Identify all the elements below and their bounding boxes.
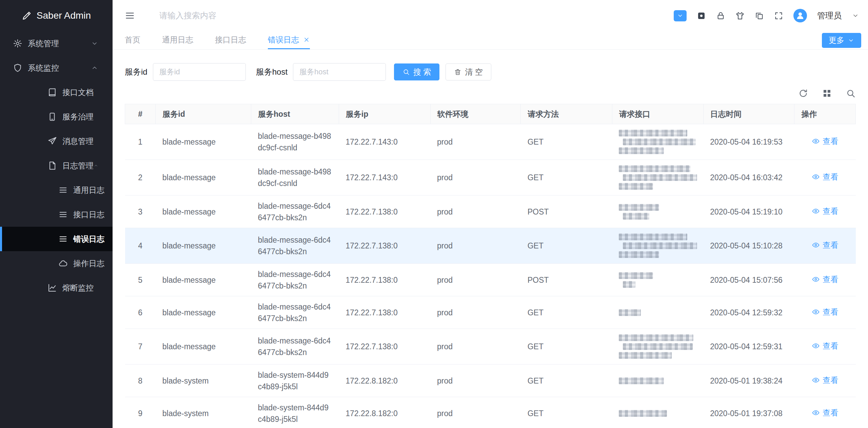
sidebar-menu: 系统管理 系统监控 接口文档 服务治理 消息管理 日志管理 通用日志 接口日志 …: [0, 31, 113, 300]
chart-icon: [47, 283, 57, 293]
tab-通用日志[interactable]: 通用日志: [162, 31, 193, 49]
sidebar-item-system-monitor[interactable]: 系统监控: [0, 56, 113, 80]
filter-form: 服务id 服务host 搜 索 清 空: [125, 63, 856, 81]
user-chevron-down-icon[interactable]: [852, 12, 859, 19]
view-link[interactable]: 查看: [812, 274, 838, 285]
chevron-down-icon: [677, 12, 684, 19]
view-link[interactable]: 查看: [812, 239, 838, 251]
view-link[interactable]: 查看: [812, 135, 838, 147]
redacted-api-block: [619, 352, 672, 359]
table-row: 1 blade-message blade-message-b498dc9cf-…: [125, 124, 856, 160]
eye-icon: [812, 173, 820, 181]
app-title: Saber Admin: [37, 10, 91, 21]
list-icon: [58, 210, 68, 219]
book-icon: [47, 88, 57, 97]
send-icon: [47, 136, 57, 146]
fullscreen-icon[interactable]: [774, 11, 783, 20]
redacted-api-block: [619, 234, 687, 240]
eye-icon: [812, 376, 820, 384]
app-logo: Saber Admin: [0, 0, 113, 31]
copy-icon[interactable]: [755, 11, 764, 20]
sidebar-item-api-docs[interactable]: 接口文档: [0, 80, 113, 105]
redacted-api-block: [619, 272, 653, 279]
sidebar: Saber Admin 系统管理 系统监控 接口文档 服务治理 消息管理 日志管…: [0, 0, 113, 428]
sidebar-item-operation-log[interactable]: 操作日志: [0, 251, 113, 276]
user-avatar[interactable]: [793, 9, 807, 22]
view-link[interactable]: 查看: [812, 171, 838, 183]
table-body: 1 blade-message blade-message-b498dc9cf-…: [125, 124, 856, 428]
column-header: 操作: [794, 104, 856, 124]
column-search-icon[interactable]: [846, 88, 856, 98]
view-link[interactable]: 查看: [812, 407, 838, 418]
sidebar-item-service-governance[interactable]: 服务治理: [0, 105, 113, 129]
user-name[interactable]: 管理员: [817, 10, 842, 21]
redacted-api-block: [619, 204, 659, 211]
tab-close-icon[interactable]: [303, 36, 310, 43]
table-row: 4 blade-message blade-message-6dc46477cb…: [125, 228, 856, 264]
tab-错误日志[interactable]: 错误日志: [268, 31, 310, 49]
column-header: 服务host: [251, 104, 339, 124]
service-id-label: 服务id: [125, 67, 147, 77]
redacted-api-block: [619, 251, 659, 258]
more-button[interactable]: 更多: [822, 33, 861, 48]
eye-icon: [812, 207, 820, 215]
column-header: 请求接口: [612, 104, 703, 124]
redacted-api-block: [619, 334, 693, 341]
theme-shirt-icon[interactable]: [735, 11, 745, 20]
table-row: 7 blade-message blade-message-6dc46477cb…: [125, 329, 856, 365]
main-area: 管理员 首页 通用日志 接口日志 错误日志 更多 服务id 服务host: [113, 0, 868, 428]
sidebar-item-error-log[interactable]: 错误日志: [0, 227, 113, 251]
service-id-input[interactable]: [153, 63, 246, 81]
redacted-api-block: [619, 147, 664, 154]
clear-button[interactable]: 清 空: [446, 63, 491, 80]
redacted-api-block: [619, 165, 690, 172]
view-link[interactable]: 查看: [812, 340, 838, 352]
table-toolbar: [125, 88, 856, 98]
table-row: 5 blade-message blade-message-6dc46477cb…: [125, 264, 856, 296]
tabs: 首页 通用日志 接口日志 错误日志: [125, 31, 332, 49]
refresh-icon[interactable]: [798, 88, 808, 98]
sidebar-item-circuit-monitor[interactable]: 熔断监控: [0, 276, 113, 300]
eye-icon: [812, 308, 820, 316]
app-window: Saber Admin 系统管理 系统监控 接口文档 服务治理 消息管理 日志管…: [0, 0, 868, 428]
chevron-up-icon: [91, 64, 98, 72]
tab-接口日志[interactable]: 接口日志: [215, 31, 246, 49]
redacted-api-block: [623, 242, 697, 249]
pen-icon: [22, 11, 32, 21]
table-row: 6 blade-message blade-message-6dc46477cb…: [125, 296, 856, 329]
hamburger-menu-icon[interactable]: [125, 11, 135, 21]
column-header: 日志时间: [703, 104, 794, 124]
view-link[interactable]: 查看: [812, 306, 838, 318]
lock-icon[interactable]: [716, 11, 725, 20]
sidebar-item-general-log[interactable]: 通用日志: [0, 178, 113, 202]
tab-首页[interactable]: 首页: [125, 31, 140, 49]
notice-badge-icon[interactable]: [674, 10, 687, 21]
document-icon: [47, 161, 57, 170]
search-button[interactable]: 搜 索: [394, 63, 439, 80]
view-link[interactable]: 查看: [812, 374, 838, 386]
service-host-label: 服务host: [256, 67, 288, 77]
cloud-icon: [58, 259, 68, 268]
column-header: 服务ip: [339, 104, 430, 124]
redacted-api-block: [623, 343, 693, 350]
redacted-api-block: [619, 130, 687, 136]
redacted-api-block: [623, 138, 696, 145]
grid-icon[interactable]: [822, 88, 832, 98]
view-link[interactable]: 查看: [812, 205, 838, 217]
sidebar-item-api-log[interactable]: 接口日志: [0, 202, 113, 227]
sidebar-item-system-management[interactable]: 系统管理: [0, 31, 113, 56]
column-header: 服务id: [156, 104, 251, 124]
widget-icon[interactable]: [697, 11, 706, 20]
table-row: 3 blade-message blade-message-6dc46477cb…: [125, 196, 856, 228]
global-search-input[interactable]: [159, 11, 305, 20]
sidebar-item-message-management[interactable]: 消息管理: [0, 129, 113, 153]
sidebar-item-log-management[interactable]: 日志管理: [0, 153, 113, 178]
eye-icon: [812, 137, 820, 145]
redacted-api-block: [619, 183, 653, 190]
trash-icon: [454, 68, 461, 76]
page-content: 服务id 服务host 搜 索 清 空: [113, 50, 868, 428]
tab-bar: 首页 通用日志 接口日志 错误日志 更多: [113, 31, 868, 50]
chevron-down-icon: [91, 40, 98, 47]
table-header-row: #服务id服务host服务ip软件环境请求方法请求接口日志时间操作: [125, 104, 856, 124]
service-host-input[interactable]: [293, 63, 386, 81]
